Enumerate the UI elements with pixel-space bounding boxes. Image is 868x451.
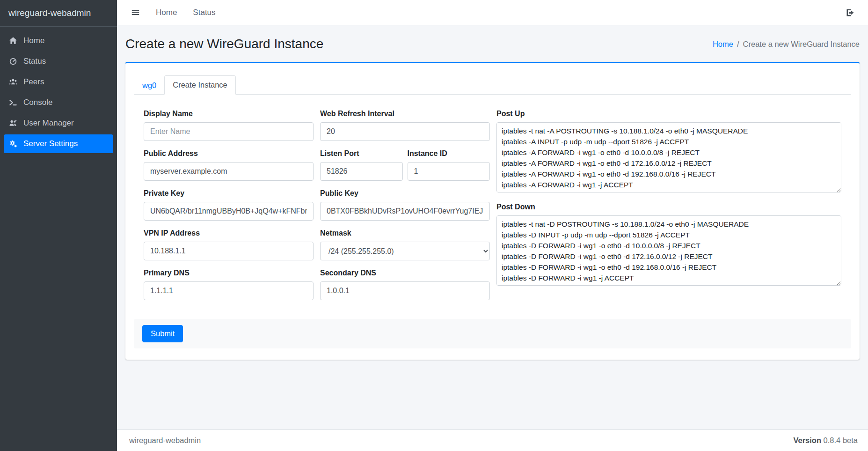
console-icon xyxy=(8,98,18,107)
display-name-field[interactable] xyxy=(144,122,314,141)
user-manager-icon xyxy=(8,119,18,127)
page-footer: wireguard-webadmin Version 0.8.4 beta xyxy=(117,429,868,451)
topnav-link-status[interactable]: Status xyxy=(193,8,215,17)
form-column-3: Post Up iptables -t nat -A POSTROUTING -… xyxy=(496,110,841,296)
vpn-ip-field[interactable] xyxy=(144,242,314,260)
netmask-group: Netmask /24 (255.255.255.0) xyxy=(320,229,490,260)
breadcrumb-current: Create a new WireGuard Instance xyxy=(743,40,860,49)
listen-port-instance-id-row: Listen Port Instance ID xyxy=(320,149,490,181)
sidebar-item-server-settings[interactable]: Server Settings xyxy=(4,134,113,153)
hamburger-menu-icon[interactable] xyxy=(131,8,140,17)
netmask-select[interactable]: /24 (255.255.255.0) xyxy=(320,242,490,260)
sidebar-item-peers[interactable]: Peers xyxy=(4,73,113,91)
tab-create-instance[interactable]: Create Instance xyxy=(164,75,235,95)
footer-version-value: 0.8.4 beta xyxy=(824,436,858,444)
server-settings-icon xyxy=(8,140,18,148)
public-key-group: Public Key xyxy=(320,189,490,221)
sidebar-item-status[interactable]: Status xyxy=(4,52,113,71)
instance-id-label: Instance ID xyxy=(408,149,490,158)
sidebar: wireguard-webadmin Home Status Peers xyxy=(0,0,117,451)
form-column-1: Display Name Public Address Private Key xyxy=(144,110,314,309)
post-up-group: Post Up iptables -t nat -A POSTROUTING -… xyxy=(496,110,841,194)
breadcrumb-home-link[interactable]: Home xyxy=(713,40,733,49)
sidebar-nav: Home Status Peers Console xyxy=(0,27,117,160)
main-area: Home Status Create a new WireGuard Insta… xyxy=(117,0,868,451)
sidebar-item-user-manager[interactable]: User Manager xyxy=(4,114,113,133)
app-window: wireguard-webadmin Home Status Peers xyxy=(0,0,868,451)
footer-version: Version 0.8.4 beta xyxy=(793,436,858,445)
web-refresh-interval-field[interactable] xyxy=(320,122,490,141)
public-address-field[interactable] xyxy=(144,162,314,181)
secondary-dns-group: Secondary DNS xyxy=(320,269,490,300)
sidebar-item-home[interactable]: Home xyxy=(4,31,113,50)
primary-dns-field[interactable] xyxy=(144,281,314,300)
instance-id-group: Instance ID xyxy=(408,149,490,181)
public-key-label: Public Key xyxy=(320,189,490,198)
sidebar-item-label: Server Settings xyxy=(23,139,78,148)
display-name-label: Display Name xyxy=(144,110,314,118)
instance-tabs: wg0 Create Instance xyxy=(134,75,851,95)
public-address-label: Public Address xyxy=(144,149,314,158)
instance-form: Display Name Public Address Private Key xyxy=(125,95,860,309)
vpn-ip-group: VPN IP Address xyxy=(144,229,314,260)
form-grid: Display Name Public Address Private Key xyxy=(144,110,841,309)
public-key-field[interactable] xyxy=(320,202,490,221)
content-header: Create a new WireGuard Instance Home / C… xyxy=(117,25,868,52)
peers-icon xyxy=(8,78,18,86)
breadcrumb-separator: / xyxy=(737,40,739,49)
instance-id-field[interactable] xyxy=(408,162,490,181)
footer-version-label: Version xyxy=(793,436,821,444)
vpn-ip-label: VPN IP Address xyxy=(144,229,314,237)
listen-port-field[interactable] xyxy=(320,162,403,181)
post-down-label: Post Down xyxy=(496,203,841,211)
netmask-label: Netmask xyxy=(320,229,490,237)
listen-port-label: Listen Port xyxy=(320,149,403,158)
sidebar-item-label: User Manager xyxy=(23,118,74,128)
sidebar-brand: wireguard-webadmin xyxy=(0,0,117,27)
sidebar-item-label: Status xyxy=(23,57,46,66)
secondary-dns-label: Secondary DNS xyxy=(320,269,490,277)
tab-wg0[interactable]: wg0 xyxy=(134,76,164,95)
private-key-label: Private Key xyxy=(144,189,314,198)
listen-port-group: Listen Port xyxy=(320,149,403,181)
private-key-group: Private Key xyxy=(144,189,314,221)
status-icon xyxy=(8,57,18,66)
logout-icon[interactable] xyxy=(846,8,855,17)
breadcrumb: Home / Create a new WireGuard Instance xyxy=(713,40,860,49)
post-up-textarea[interactable]: iptables -t nat -A POSTROUTING -s 10.188… xyxy=(496,122,841,192)
create-instance-card: wg0 Create Instance Display Name Public … xyxy=(125,62,860,360)
post-down-textarea[interactable]: iptables -t nat -D POSTROUTING -s 10.188… xyxy=(496,215,841,286)
sidebar-item-label: Console xyxy=(23,98,52,107)
primary-dns-label: Primary DNS xyxy=(144,269,314,277)
web-refresh-interval-label: Web Refresh Interval xyxy=(320,110,490,118)
display-name-group: Display Name xyxy=(144,110,314,141)
topnav-link-home[interactable]: Home xyxy=(156,8,177,17)
web-refresh-interval-group: Web Refresh Interval xyxy=(320,110,490,141)
post-up-label: Post Up xyxy=(496,110,841,118)
form-actions: Submit xyxy=(134,319,851,348)
primary-dns-group: Primary DNS xyxy=(144,269,314,300)
submit-button[interactable]: Submit xyxy=(142,325,183,342)
home-icon xyxy=(8,37,18,45)
private-key-field[interactable] xyxy=(144,202,314,221)
footer-brand: wireguard-webadmin xyxy=(129,436,201,445)
sidebar-item-label: Peers xyxy=(23,77,44,87)
public-address-group: Public Address xyxy=(144,149,314,181)
sidebar-item-label: Home xyxy=(23,36,44,45)
top-navbar: Home Status xyxy=(117,0,868,25)
secondary-dns-field[interactable] xyxy=(320,281,490,300)
form-column-2: Web Refresh Interval Listen Port Insta xyxy=(320,110,490,309)
sidebar-item-console[interactable]: Console xyxy=(4,93,113,112)
page-title: Create a new WireGuard Instance xyxy=(125,37,323,52)
post-down-group: Post Down iptables -t nat -D POSTROUTING… xyxy=(496,203,841,288)
